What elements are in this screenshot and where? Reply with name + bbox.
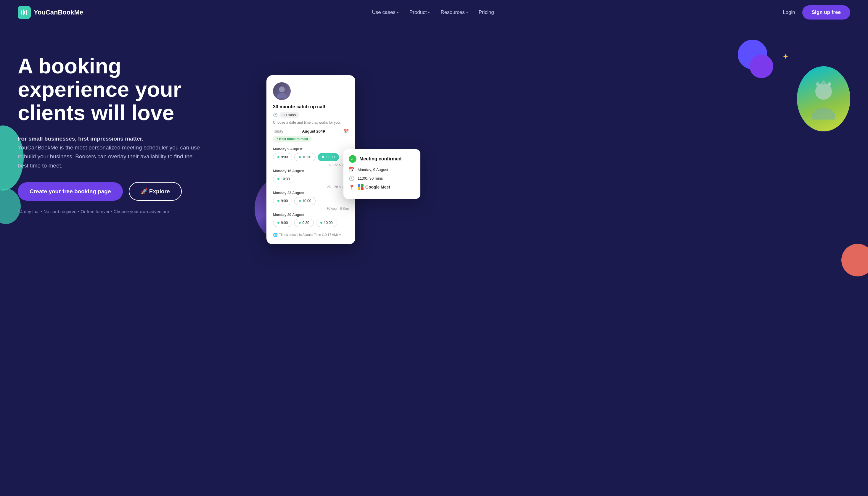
globe-icon: 🌐	[273, 233, 278, 237]
confirmed-title: Meeting confirmed	[359, 156, 401, 161]
decorative-circles	[732, 40, 773, 81]
svg-point-14	[277, 93, 286, 98]
circle-small	[749, 55, 773, 78]
nav-item-product[interactable]: Product ▾	[409, 10, 430, 15]
create-booking-page-button[interactable]: Create your free booking page	[18, 182, 123, 201]
svg-rect-1	[23, 10, 24, 15]
svg-rect-3	[26, 10, 27, 15]
login-link[interactable]: Login	[783, 10, 795, 15]
gmeet-icon	[358, 184, 363, 190]
slot-row-2: 10:30	[273, 175, 349, 183]
confirmed-date-row: 📅 Monday, 9 August	[349, 167, 415, 172]
navigation: YouCanBookMe Use cases ▾ Product ▾ Resou…	[0, 0, 868, 25]
nav-item-resources[interactable]: Resources ▾	[440, 10, 468, 15]
confirmed-platform-row: 📍 Google Meet	[349, 184, 415, 190]
confirmed-card: ✓ Meeting confirmed 📅 Monday, 9 August 🕐…	[343, 149, 420, 199]
confirmed-date: Monday, 9 August	[358, 168, 388, 172]
svg-point-13	[279, 87, 285, 92]
check-icon: ✓	[349, 155, 356, 163]
booking-meeting-title: 30 minute catch up call	[273, 104, 349, 109]
logo-text: YouCanBookMe	[34, 9, 83, 16]
best-times-badge: Best times to meet	[273, 136, 312, 142]
booking-date-row: Today August 2049 📅	[273, 129, 349, 134]
calendar-icon: 📅	[344, 129, 349, 134]
booking-avatar	[273, 82, 291, 100]
week-divider-2: 23 – 29 August	[273, 185, 349, 188]
chevron-down-icon: ▾	[397, 11, 399, 15]
booking-subtitle: Choose a date and time that works for yo…	[273, 121, 349, 125]
chevron-down-icon: ▾	[428, 11, 430, 15]
slot-23-9-00[interactable]: 9:00	[273, 197, 292, 205]
chevron-down-icon: ▾	[466, 11, 468, 15]
hero-footnote: 14 day trial • No card required • Or fre…	[18, 209, 225, 214]
slot-section-4-label: Monday 30 August	[273, 213, 349, 217]
hero-right: ✦ ✦ ✦	[237, 37, 850, 259]
hero-subtitle: For small businesses, first impressions …	[18, 134, 201, 170]
svg-rect-2	[24, 11, 25, 14]
chevron-down-icon: ▾	[339, 233, 341, 236]
month-label: August 2049	[302, 129, 325, 134]
location-icon: 📍	[349, 184, 355, 190]
explore-button[interactable]: 🚀 Explore	[129, 182, 182, 201]
logo-icon	[18, 6, 31, 19]
slot-row-1: 9:00 10:30 11:00	[273, 153, 349, 161]
hero-left: A booking experience your clients will l…	[18, 37, 225, 214]
slot-11-00-selected[interactable]: 11:00	[317, 153, 339, 161]
clock-icon: 🕐	[349, 175, 355, 181]
slot-section-2-label: Monday 16 August	[273, 169, 349, 173]
week-divider-1: 16 – 22 August	[273, 163, 349, 167]
svg-rect-0	[21, 10, 22, 15]
slot-row-4: 9:00 9:30 10:00	[273, 219, 349, 227]
slot-30-9-30[interactable]: 9:30	[294, 219, 313, 227]
svg-point-5	[812, 108, 835, 120]
slot-16-10-30[interactable]: 10:30	[273, 175, 294, 183]
svg-point-6	[816, 82, 819, 86]
svg-point-8	[828, 82, 831, 86]
signup-button[interactable]: Sign up free	[802, 5, 850, 19]
slot-30-10-00[interactable]: 10:00	[316, 219, 337, 227]
svg-point-7	[822, 80, 826, 84]
timezone-text: Times shown in Atlantic Time (10:17 AM)	[279, 233, 338, 236]
week-divider-3: 30 Aug – 5 Sep	[273, 207, 349, 211]
photo-circle-right	[797, 66, 850, 131]
slot-row-3: 9:00 10:00	[273, 197, 349, 205]
booking-card: 30 minute catch up call 🕐 30 mins Choose…	[266, 75, 355, 244]
confirmed-time-row: 🕐 11:00, 30 mins	[349, 175, 415, 181]
confirmed-header: ✓ Meeting confirmed	[349, 155, 415, 163]
google-meet-logo: Google Meet	[358, 184, 390, 190]
slot-10-30[interactable]: 10:30	[294, 153, 315, 161]
calendar-icon: 📅	[349, 167, 355, 172]
logo-link[interactable]: YouCanBookMe	[18, 6, 83, 19]
slot-section-1-label: Monday 9 August	[273, 147, 349, 151]
nav-item-use-cases[interactable]: Use cases ▾	[372, 10, 399, 15]
slot-30-9-00[interactable]: 9:00	[273, 219, 292, 227]
timezone-row: 🌐 Times shown in Atlantic Time (10:17 AM…	[273, 230, 349, 237]
hero-title: A booking experience your clients will l…	[18, 55, 225, 125]
gmeet-text: Google Meet	[365, 185, 390, 189]
nav-links: Use cases ▾ Product ▾ Resources ▾ Pricin…	[372, 10, 494, 15]
hero-buttons: Create your free booking page 🚀 Explore	[18, 182, 225, 201]
sparkle-icon-1: ✦	[783, 53, 788, 61]
slot-23-10-00[interactable]: 10:00	[294, 197, 315, 205]
nav-right: Login Sign up free	[783, 5, 850, 19]
slot-9-00[interactable]: 9:00	[273, 153, 292, 161]
hero-section: A booking experience your clients will l…	[0, 25, 868, 276]
nav-item-pricing[interactable]: Pricing	[479, 10, 494, 15]
booking-duration: 🕐 30 mins	[273, 112, 349, 118]
today-label: Today	[273, 129, 283, 134]
confirmed-time: 11:00, 30 mins	[358, 176, 383, 181]
slot-section-3-label: Monday 23 August	[273, 191, 349, 195]
clock-icon: 🕐	[273, 113, 278, 117]
